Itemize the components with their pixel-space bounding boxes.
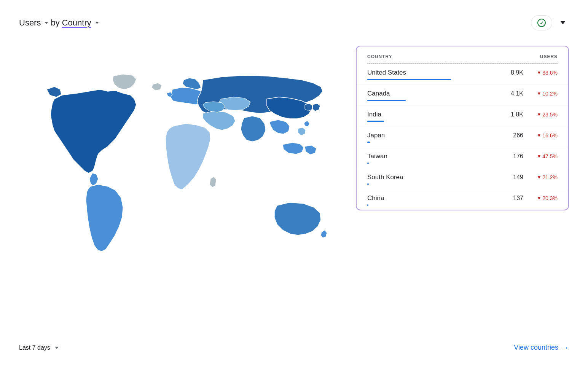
chevron-down-button[interactable] (555, 16, 569, 30)
change-2: ▼ 23.5% (531, 111, 558, 118)
row-top-2: India 1.8K ▼ 23.5% (367, 111, 558, 118)
row-right-5: 149 ▼ 21.2% (506, 174, 558, 181)
down-arrow-icon-4: ▼ (537, 154, 541, 159)
check-icon (537, 19, 546, 27)
chevron-down-icon (561, 21, 565, 24)
users-count-6: 137 (506, 195, 523, 202)
bar-container-0 (367, 79, 558, 80)
table-row: Taiwan 176 ▼ 47.5% (357, 147, 568, 168)
row-right-6: 137 ▼ 20.3% (506, 195, 558, 202)
country-name-5: South Korea (367, 174, 403, 181)
bar-2 (367, 121, 384, 122)
table-rows-container: United States 8.9K ▼ 33.6% Canada 4.1K (357, 64, 568, 210)
header: Users by Country (19, 15, 569, 30)
bar-container-1 (367, 100, 558, 101)
down-arrow-icon-2: ▼ (537, 112, 541, 117)
dropdown-users-arrow[interactable] (45, 22, 48, 24)
map-area (19, 42, 356, 301)
change-1: ▼ 10.2% (531, 91, 558, 97)
down-arrow-icon-5: ▼ (537, 175, 541, 180)
world-map (32, 68, 344, 274)
users-count-0: 8.9K (506, 69, 523, 76)
table-row: China 137 ▼ 20.3% (357, 189, 568, 210)
row-right-2: 1.8K ▼ 23.5% (506, 111, 558, 118)
title-area: Users by Country (19, 18, 99, 28)
bar-5 (367, 183, 369, 185)
table-row: United States 8.9K ▼ 33.6% (357, 64, 568, 84)
bar-3 (367, 142, 370, 143)
row-top-1: Canada 4.1K ▼ 10.2% (367, 90, 558, 97)
footer: Last 7 days View countries → (19, 336, 569, 356)
title-country: Country (62, 18, 91, 28)
date-range-arrow-icon (55, 347, 59, 349)
users-count-2: 1.8K (506, 111, 523, 118)
check-button[interactable] (531, 15, 552, 30)
table-row: South Korea 149 ▼ 21.2% (357, 168, 568, 189)
down-arrow-icon-0: ▼ (537, 70, 541, 75)
view-countries-link[interactable]: View countries → (514, 343, 569, 352)
row-right-3: 266 ▼ 16.6% (506, 132, 558, 139)
row-right-4: 176 ▼ 47.5% (506, 153, 558, 160)
view-countries-label: View countries (514, 344, 558, 352)
users-count-3: 266 (506, 132, 523, 139)
change-4: ▼ 47.5% (531, 153, 558, 159)
table-panel: COUNTRY USERS United States 8.9K ▼ 33.6% (356, 46, 569, 210)
country-name-2: India (367, 111, 381, 118)
country-name-6: China (367, 194, 384, 202)
change-0: ▼ 33.6% (531, 70, 558, 76)
down-arrow-icon-1: ▼ (537, 91, 541, 96)
bar-container-4 (367, 162, 558, 164)
row-top-4: Taiwan 176 ▼ 47.5% (367, 153, 558, 160)
change-6: ▼ 20.3% (531, 195, 558, 201)
bar-0 (367, 79, 451, 80)
row-top-5: South Korea 149 ▼ 21.2% (367, 174, 558, 181)
table-row: India 1.8K ▼ 23.5% (357, 105, 568, 126)
row-right-0: 8.9K ▼ 33.6% (506, 69, 558, 76)
change-5: ▼ 21.2% (531, 174, 558, 180)
users-count-4: 176 (506, 153, 523, 160)
down-arrow-icon-3: ▼ (537, 133, 541, 138)
bar-container-2 (367, 121, 558, 122)
row-top-3: Japan 266 ▼ 16.6% (367, 132, 558, 139)
country-name-3: Japan (367, 132, 385, 139)
country-name-4: Taiwan (367, 153, 387, 160)
table-row: Japan 266 ▼ 16.6% (357, 126, 568, 147)
arrow-right-icon: → (561, 343, 569, 352)
row-top-0: United States 8.9K ▼ 33.6% (367, 69, 558, 76)
header-controls (531, 15, 569, 30)
row-right-1: 4.1K ▼ 10.2% (506, 90, 558, 97)
title-users: Users (19, 18, 41, 28)
bar-container-5 (367, 183, 558, 185)
bar-container-6 (367, 204, 558, 206)
col-header-country: COUNTRY (367, 54, 392, 59)
country-name-0: United States (367, 69, 406, 76)
dropdown-country-arrow[interactable] (95, 22, 99, 24)
table-row: Canada 4.1K ▼ 10.2% (357, 84, 568, 105)
main-container: Users by Country (0, 0, 588, 371)
row-top-6: China 137 ▼ 20.3% (367, 194, 558, 202)
country-name-1: Canada (367, 90, 390, 97)
body-area: COUNTRY USERS United States 8.9K ▼ 33.6% (19, 42, 569, 336)
change-3: ▼ 16.6% (531, 132, 558, 139)
date-range-label: Last 7 days (19, 344, 50, 351)
down-arrow-icon-6: ▼ (537, 196, 541, 201)
col-header-users: USERS (540, 54, 558, 59)
date-range-selector[interactable]: Last 7 days (19, 344, 59, 351)
bar-6 (367, 204, 368, 206)
bar-4 (367, 162, 369, 164)
bar-1 (367, 100, 406, 101)
users-count-5: 149 (506, 174, 523, 181)
title-by: by (51, 18, 59, 28)
table-header: COUNTRY USERS (357, 46, 568, 63)
bar-container-3 (367, 142, 558, 143)
users-count-1: 4.1K (506, 90, 523, 97)
